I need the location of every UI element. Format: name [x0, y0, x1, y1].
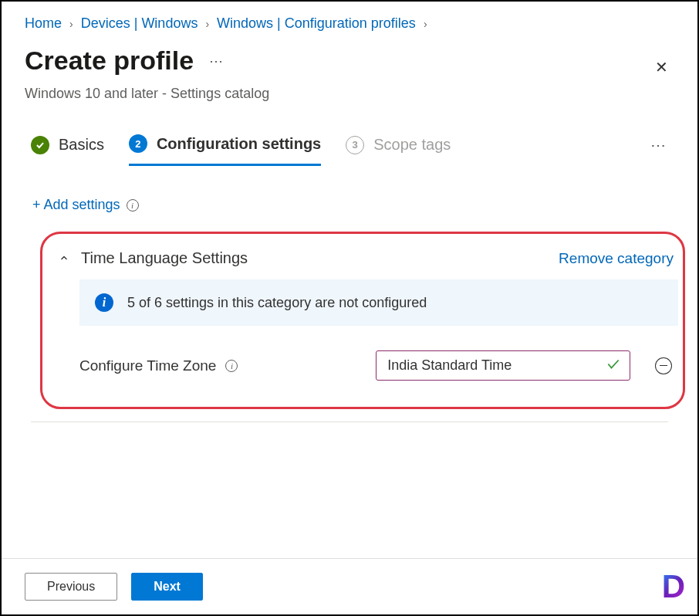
- setting-row: Configure Time Zone i: [53, 340, 678, 384]
- step-basics[interactable]: Basics: [31, 136, 104, 165]
- divider: [31, 421, 668, 422]
- chevron-up-icon[interactable]: [58, 252, 70, 265]
- watermark-logo: D: [662, 568, 685, 605]
- configure-time-zone-input[interactable]: [376, 350, 630, 381]
- step-scope-tags[interactable]: 3 Scope tags: [346, 136, 451, 165]
- step-label: Configuration settings: [157, 135, 321, 153]
- step-number-icon: 2: [129, 134, 147, 153]
- step-number-icon: 3: [346, 136, 364, 154]
- next-button[interactable]: Next: [131, 573, 203, 601]
- info-icon[interactable]: i: [225, 360, 238, 372]
- category-title: Time Language Settings: [81, 249, 248, 267]
- checkmark-icon: [606, 356, 621, 375]
- category-card: Time Language Settings Remove category i…: [40, 232, 685, 409]
- remove-setting-button[interactable]: [655, 357, 672, 374]
- checkmark-icon: [31, 136, 49, 154]
- add-settings-button[interactable]: + Add settings: [32, 197, 120, 213]
- breadcrumb: Home › Devices | Windows › Windows | Con…: [2, 2, 697, 39]
- more-actions-icon[interactable]: ⋯: [209, 52, 225, 69]
- step-configuration-settings[interactable]: 2 Configuration settings: [129, 134, 321, 166]
- breadcrumb-config-profiles[interactable]: Windows | Configuration profiles: [217, 15, 416, 32]
- page-subtitle: Windows 10 and later - Settings catalog: [2, 83, 697, 125]
- banner-text: 5 of 6 settings in this category are not…: [127, 295, 427, 311]
- previous-button[interactable]: Previous: [25, 573, 117, 601]
- info-icon[interactable]: i: [127, 199, 139, 212]
- step-label: Basics: [59, 136, 104, 154]
- breadcrumb-home[interactable]: Home: [25, 15, 62, 32]
- setting-label: Configure Time Zone: [79, 357, 216, 374]
- breadcrumb-devices[interactable]: Devices | Windows: [81, 15, 198, 32]
- info-icon: i: [95, 293, 113, 312]
- footer: Previous Next D: [2, 558, 697, 614]
- info-banner: i 5 of 6 settings in this category are n…: [79, 279, 678, 326]
- page-title: Create profile: [25, 46, 194, 76]
- step-label: Scope tags: [373, 136, 451, 154]
- chevron-right-icon: ›: [69, 18, 73, 30]
- wizard-steps: Basics 2 Configuration settings 3 Scope …: [2, 125, 697, 166]
- chevron-right-icon: ›: [424, 18, 427, 30]
- minus-icon: [660, 365, 667, 367]
- close-icon[interactable]: ✕: [649, 52, 674, 83]
- page-header: Create profile ⋯ ✕: [2, 39, 697, 83]
- remove-category-button[interactable]: Remove category: [559, 250, 674, 267]
- wizard-more-icon[interactable]: ⋯: [650, 136, 668, 165]
- chevron-right-icon: ›: [205, 18, 209, 30]
